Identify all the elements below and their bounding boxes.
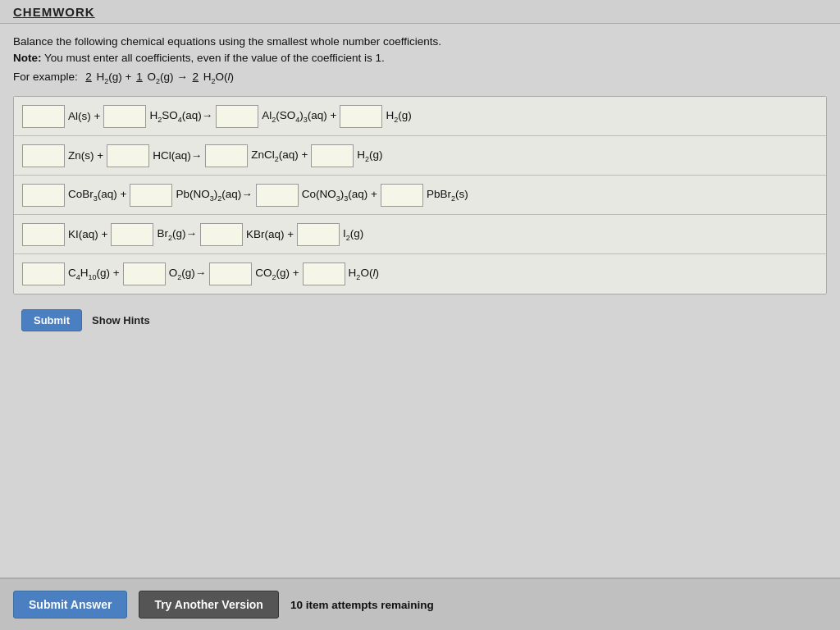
eq2-text2: HCl(aq)→ bbox=[153, 149, 202, 162]
eq4-coeff4[interactable] bbox=[297, 223, 340, 246]
eq3-coeff3[interactable] bbox=[256, 184, 299, 207]
eq5-text1: C4H10(g) + bbox=[68, 267, 120, 281]
eq5-coeff2[interactable] bbox=[123, 262, 166, 285]
eq2-text3: ZnCl2(aq) + bbox=[251, 148, 308, 163]
eq3-coeff2[interactable] bbox=[130, 184, 172, 207]
eq5-coeff4[interactable] bbox=[303, 262, 345, 285]
eq4-text2: Br2(g)→ bbox=[157, 227, 197, 242]
try-another-button[interactable]: Try Another Version bbox=[139, 591, 279, 619]
note-label: Note: bbox=[13, 52, 42, 64]
eq3-coeff4[interactable] bbox=[381, 184, 423, 207]
eq3-text2: Pb(NO3)2(aq)→ bbox=[176, 188, 252, 203]
instructions: Balance the following chemical equations… bbox=[13, 34, 827, 67]
main-content: Balance the following chemical equations… bbox=[0, 24, 840, 578]
eq5-text4: H2O(l) bbox=[349, 267, 379, 281]
eq3-coeff1[interactable] bbox=[22, 184, 65, 207]
eq3-text3: Co(NO3)3(aq) + bbox=[302, 188, 377, 203]
eq1-coeff1[interactable] bbox=[22, 105, 65, 128]
equation-actions: Submit Show Hints bbox=[13, 303, 827, 338]
eq2-coeff1[interactable] bbox=[22, 144, 65, 167]
eq4-coeff1[interactable] bbox=[22, 223, 65, 246]
eq1-text1: Al(s) + bbox=[68, 110, 100, 122]
eq2-text1: Zn(s) + bbox=[68, 149, 103, 162]
note-text: You must enter all coefficients, even if… bbox=[44, 52, 385, 64]
eq5-coeff1[interactable] bbox=[22, 262, 65, 285]
eq4-text4: I2(g) bbox=[343, 227, 363, 242]
instructions-main: Balance the following chemical equations… bbox=[13, 35, 441, 48]
equation-row-4: KI(aq) + Br2(g)→ KBr(aq) + I2(g) bbox=[14, 215, 826, 254]
eq5-coeff3[interactable] bbox=[209, 262, 252, 285]
show-hints-button[interactable]: Show Hints bbox=[92, 314, 150, 326]
attempts-remaining: 10 item attempts remaining bbox=[290, 599, 434, 611]
example-coeff1: 2 bbox=[85, 71, 92, 83]
eq5-text3: CO2(g) + bbox=[255, 267, 299, 281]
example-label: For example: bbox=[13, 71, 78, 83]
eq1-text2: H2SO4(aq)→ bbox=[149, 109, 212, 124]
eq1-coeff3[interactable] bbox=[216, 105, 258, 128]
example-coeff2: 1 bbox=[136, 71, 143, 83]
eq2-coeff2[interactable] bbox=[107, 144, 149, 167]
eq4-text3: KBr(aq) + bbox=[246, 228, 294, 240]
eq1-coeff2[interactable] bbox=[103, 105, 146, 128]
eq2-text4: H2(g) bbox=[357, 148, 382, 163]
equation-row-2: Zn(s) + HCl(aq)→ ZnCl2(aq) + H2(g) bbox=[14, 136, 826, 176]
eq1-text3: Al2(SO4)3(aq) + bbox=[262, 109, 336, 124]
eq1-text4: H2(g) bbox=[386, 109, 411, 124]
bottom-bar: Submit Answer Try Another Version 10 ite… bbox=[0, 578, 840, 630]
eq3-text1: CoBr3(aq) + bbox=[68, 188, 126, 203]
header: CHEMWORK bbox=[0, 0, 840, 24]
eq4-coeff3[interactable] bbox=[200, 223, 243, 246]
equation-row-3: CoBr3(aq) + Pb(NO3)2(aq)→ Co(NO3)3(aq) +… bbox=[14, 176, 826, 215]
equation-row-5: C4H10(g) + O2(g)→ CO2(g) + H2O(l) bbox=[14, 254, 826, 294]
submit-equations-button[interactable]: Submit bbox=[21, 309, 82, 331]
eq2-coeff3[interactable] bbox=[205, 144, 248, 167]
eq2-coeff4[interactable] bbox=[311, 144, 354, 167]
equation-row-1: Al(s) + H2SO4(aq)→ Al2(SO4)3(aq) + H2(g) bbox=[14, 97, 826, 136]
example-coeff3: 2 bbox=[193, 71, 199, 83]
eq3-text4: PbBr2(s) bbox=[427, 188, 468, 203]
eq5-text2: O2(g)→ bbox=[169, 267, 207, 281]
example-line: For example: 2 H2(g) + 1 O2(g) → 2 H2O(l… bbox=[13, 71, 827, 85]
equations-container: Al(s) + H2SO4(aq)→ Al2(SO4)3(aq) + H2(g)… bbox=[13, 96, 827, 294]
eq1-coeff4[interactable] bbox=[340, 105, 382, 128]
submit-answer-button[interactable]: Submit Answer bbox=[13, 591, 127, 619]
app-title: CHEMWORK bbox=[13, 5, 95, 19]
eq4-text1: KI(aq) + bbox=[68, 228, 107, 240]
eq4-coeff2[interactable] bbox=[111, 223, 153, 246]
